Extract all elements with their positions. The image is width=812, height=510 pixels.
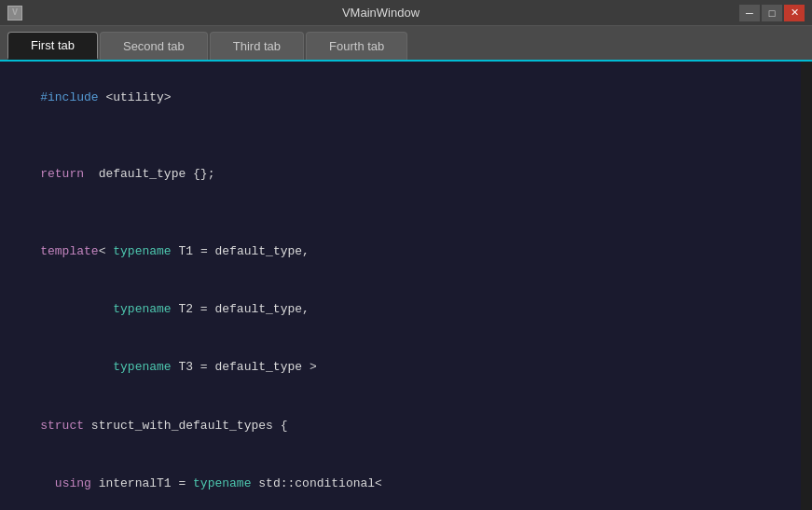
tab-second-label: Second tab xyxy=(123,39,185,53)
code-line-3: return default_type {}; xyxy=(11,145,790,203)
window-controls: ─ □ ✕ xyxy=(739,5,805,21)
minimize-button[interactable]: ─ xyxy=(739,5,760,21)
code-line-4 xyxy=(11,204,790,223)
window-title: VMainWindow xyxy=(342,6,420,20)
code-line-2 xyxy=(11,127,790,145)
code-line-9: using internalT1 = typename std::conditi… xyxy=(11,455,790,510)
code-line-6: typename T2 = default_type, xyxy=(11,281,790,338)
tab-first-label: First tab xyxy=(31,38,75,52)
tab-fourth[interactable]: Fourth tab xyxy=(306,32,407,60)
tab-first[interactable]: First tab xyxy=(7,32,98,60)
code-editor[interactable]: #include <utility> return default_type {… xyxy=(0,62,801,510)
close-button[interactable]: ✕ xyxy=(784,5,805,21)
tab-second[interactable]: Second tab xyxy=(100,32,208,60)
code-line-5: template< typename T1 = default_type, xyxy=(11,223,790,281)
tab-bar: First tab Second tab Third tab Fourth ta… xyxy=(0,26,812,62)
code-line-8: struct struct_with_default_types { xyxy=(11,397,790,455)
tab-fourth-label: Fourth tab xyxy=(329,39,384,53)
code-line-1: #include <utility> xyxy=(11,69,790,127)
tab-third[interactable]: Third tab xyxy=(210,32,304,60)
tab-third-label: Third tab xyxy=(233,39,281,53)
maximize-button[interactable]: □ xyxy=(762,5,782,21)
app-icon: V xyxy=(7,6,22,21)
code-line-7: typename T3 = default_type > xyxy=(11,339,790,397)
title-bar: V VMainWindow ─ □ ✕ xyxy=(0,0,812,26)
